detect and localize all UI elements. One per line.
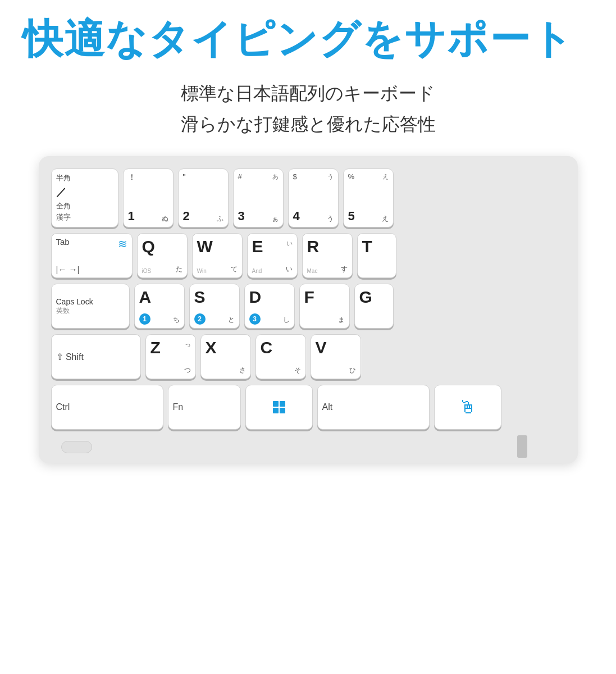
key-D-badge: 3 bbox=[249, 313, 261, 325]
keyboard-row-1: 半角 ／ 全角 漢字 ！ 1 ぬ " bbox=[51, 168, 565, 227]
key-X-jp: さ bbox=[239, 366, 246, 375]
caps-main: Caps Lock bbox=[56, 297, 125, 306]
key-3-num: 3 bbox=[238, 209, 245, 224]
key-5-symbol: % bbox=[348, 172, 355, 181]
key-mouse[interactable]: 🖱 bbox=[434, 385, 501, 430]
key-Q-jp: た bbox=[176, 265, 182, 274]
keyboard-row-3: Caps Lock 英数 A 1 ち S 2 bbox=[51, 284, 565, 329]
key-5-num: 5 bbox=[348, 209, 355, 224]
key-R-sublabel: Mac bbox=[307, 268, 318, 274]
key-1-num: 1 bbox=[128, 209, 135, 224]
key-F[interactable]: F ま bbox=[299, 284, 350, 329]
key-hankaku[interactable]: 半角 ／ 全角 漢字 bbox=[51, 168, 118, 227]
key-Z-jp-top: っ bbox=[185, 340, 191, 357]
key-W-letter: W bbox=[197, 237, 213, 256]
key-4-num: 4 bbox=[293, 209, 300, 224]
key-W-sublabel: Win bbox=[197, 268, 207, 274]
key-D-jp: し bbox=[283, 315, 290, 325]
key-W[interactable]: W Win て bbox=[192, 233, 243, 278]
key-3[interactable]: # あ 3 ぁ bbox=[233, 168, 284, 227]
key-1-symbol: ！ bbox=[128, 172, 136, 183]
key-F-jp: ま bbox=[338, 315, 345, 325]
key-R[interactable]: R Mac す bbox=[302, 233, 353, 278]
key-win[interactable] bbox=[245, 385, 313, 430]
tab-label: Tab bbox=[56, 237, 70, 247]
key-tab[interactable]: Tab ≋ |← →| bbox=[51, 233, 133, 278]
keyboard-row-5: Ctrl Fn Alt bbox=[51, 385, 565, 430]
key-Z[interactable]: Z っ つ bbox=[145, 334, 196, 379]
tab-arrows: |← →| bbox=[56, 265, 127, 274]
main-title: 快適なタイピングをサポート bbox=[22, 17, 594, 61]
key-E[interactable]: E い And い bbox=[247, 233, 298, 278]
key-E-jp: い bbox=[286, 265, 293, 274]
key-A-jp: ち bbox=[173, 315, 180, 325]
key-5-jp-bot: え bbox=[382, 214, 389, 224]
key-F-letter: F bbox=[304, 288, 314, 306]
key-4[interactable]: $ う 4 う bbox=[288, 168, 339, 227]
key-2[interactable]: " 2 ふ bbox=[178, 168, 229, 227]
key-shift[interactable]: ⇧ Shift bbox=[51, 334, 141, 379]
key-V-letter: V bbox=[316, 338, 327, 357]
key-4-jp-bot: う bbox=[327, 214, 334, 224]
key-caps-lock[interactable]: Caps Lock 英数 bbox=[51, 284, 130, 329]
key-alt[interactable]: Alt bbox=[317, 385, 430, 430]
key-G[interactable]: G bbox=[354, 284, 394, 329]
key-W-jp: て bbox=[231, 265, 238, 274]
oval-button[interactable] bbox=[61, 441, 92, 453]
key-4-jp-top: う bbox=[327, 172, 334, 181]
key-S-jp: と bbox=[228, 315, 235, 325]
key-T-letter: T bbox=[362, 237, 372, 256]
key-E-sublabel: And bbox=[252, 268, 262, 274]
fn-label: Fn bbox=[173, 402, 184, 412]
keyboard-rows: 半角 ／ 全角 漢字 ！ 1 ぬ " bbox=[51, 168, 565, 430]
hankaku-line3: 漢字 bbox=[56, 212, 71, 224]
key-X-letter: X bbox=[206, 338, 217, 357]
key-2-jp: ふ bbox=[217, 214, 223, 224]
key-3-jp-bot: ぁ bbox=[272, 214, 279, 224]
keyboard-row-4: ⇧ Shift Z っ つ X さ bbox=[51, 334, 565, 379]
key-D-letter: D bbox=[249, 288, 262, 306]
key-T[interactable]: T bbox=[357, 233, 396, 278]
key-4-symbol: $ bbox=[293, 172, 297, 181]
shift-label: ⇧ Shift bbox=[56, 352, 84, 362]
key-5[interactable]: % え 5 え bbox=[343, 168, 394, 227]
key-C[interactable]: C そ bbox=[255, 334, 306, 379]
key-Q[interactable]: Q iOS た bbox=[137, 233, 188, 278]
key-Q-letter: Q bbox=[142, 237, 155, 256]
key-R-letter: R bbox=[307, 237, 320, 256]
key-S-badge: 2 bbox=[194, 313, 206, 325]
key-fn[interactable]: Fn bbox=[168, 385, 241, 430]
sub-title: 標準な日本語配列のキーボード 滑らかな打鍵感と優れた応答性 bbox=[181, 78, 436, 139]
key-X[interactable]: X さ bbox=[200, 334, 251, 379]
key-S[interactable]: S 2 と bbox=[189, 284, 240, 329]
key-Z-jp-bot: つ bbox=[184, 366, 191, 375]
key-A[interactable]: A 1 ち bbox=[134, 284, 185, 329]
key-V-jp: ひ bbox=[349, 366, 356, 375]
keyboard: 半角 ／ 全角 漢字 ！ 1 ぬ " bbox=[39, 156, 578, 463]
key-1-jp: ぬ bbox=[162, 214, 168, 224]
key-3-symbol: # bbox=[238, 172, 242, 181]
key-1[interactable]: ！ 1 ぬ bbox=[123, 168, 174, 227]
key-A-letter: A bbox=[139, 288, 152, 306]
key-R-jp: す bbox=[341, 265, 348, 274]
key-G-letter: G bbox=[359, 288, 372, 306]
key-3-jp-top: あ bbox=[272, 172, 279, 181]
key-E-jp-top: い bbox=[286, 239, 293, 256]
usb-connector bbox=[517, 435, 527, 458]
key-Q-sublabel: iOS bbox=[142, 268, 152, 274]
key-2-symbol: " bbox=[183, 172, 186, 181]
key-V[interactable]: V ひ bbox=[311, 334, 361, 379]
key-C-jp: そ bbox=[294, 366, 301, 375]
key-2-num: 2 bbox=[183, 209, 190, 224]
key-A-badge: 1 bbox=[139, 313, 150, 325]
key-D[interactable]: D 3 し bbox=[244, 284, 295, 329]
ctrl-label: Ctrl bbox=[56, 402, 70, 412]
key-S-letter: S bbox=[194, 288, 206, 306]
key-ctrl[interactable]: Ctrl bbox=[51, 385, 163, 430]
wifi-icon: ≋ bbox=[118, 237, 127, 251]
keyboard-row-2: Tab ≋ |← →| Q iOS た W bbox=[51, 233, 565, 278]
mouse-icon: 🖱 bbox=[459, 397, 477, 418]
header: 快適なタイピングをサポート bbox=[0, 0, 616, 67]
key-5-jp-top: え bbox=[382, 172, 389, 181]
hankaku-line2: 全角 bbox=[56, 201, 71, 212]
